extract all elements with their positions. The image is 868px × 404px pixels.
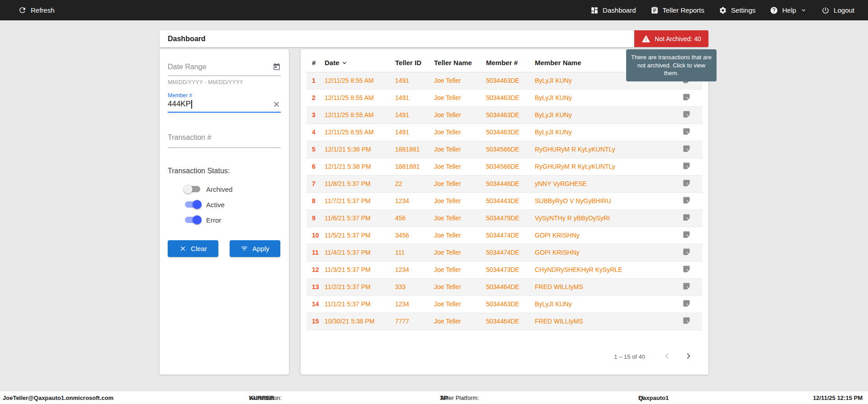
status-bar: JoeTeller@Qaxpauto1.onmicrosoft.com Work… <box>0 391 868 404</box>
fi-info: FI: Qaxpauto1 <box>638 394 669 401</box>
table-row[interactable]: 12 11/3/21 5:37 PM 1234 Joe Teller 50344… <box>307 261 703 278</box>
col-header-teller-id[interactable]: Teller ID <box>393 54 432 72</box>
refresh-icon <box>18 6 27 14</box>
not-archived-label: Not Archived: 40 <box>655 35 701 43</box>
nav-settings[interactable]: Settings <box>719 6 755 14</box>
page-body: Dashboard Not Archived: 40 There are tra… <box>0 20 868 391</box>
toggle-switch[interactable] <box>184 200 202 209</box>
table-row[interactable]: 2 12/11/25 8:55 AM 1491 Joe Teller 50344… <box>307 89 703 106</box>
toggle-label: Active <box>206 201 225 209</box>
note-icon[interactable] <box>682 247 691 256</box>
toggle-label: Error <box>206 216 221 224</box>
next-page-button[interactable] <box>683 351 694 363</box>
dashboard-icon <box>590 6 599 14</box>
apply-button-label: Apply <box>252 245 269 252</box>
note-icon[interactable] <box>682 179 691 187</box>
refresh-label: Refresh <box>31 6 55 14</box>
chevron-down-icon <box>800 7 807 14</box>
note-icon[interactable] <box>682 144 691 153</box>
apply-button[interactable]: Apply <box>230 240 280 257</box>
transactions-table: # Date Teller ID Teller Name <box>307 54 703 330</box>
table-row[interactable]: 14 11/1/21 5:37 PM 1234 Joe Teller 50344… <box>307 295 703 313</box>
clear-button[interactable]: Clear <box>168 240 218 257</box>
nav-teller-reports-label: Teller Reports <box>663 6 705 14</box>
power-icon <box>821 6 830 14</box>
table-body: 1 12/11/25 8:55 AM 1491 Joe Teller 50344… <box>307 72 703 330</box>
nav-dashboard-label: Dashboard <box>603 6 636 14</box>
nav-teller-reports[interactable]: Teller Reports <box>651 6 705 14</box>
clipboard-icon <box>651 6 659 14</box>
help-icon <box>770 6 778 14</box>
nav-dashboard[interactable]: Dashboard <box>590 6 636 14</box>
top-nav-bar: Refresh Dashboard Teller Reports Setting… <box>0 0 868 20</box>
table-row[interactable]: 3 12/11/25 8:55 AM 1491 Joe Teller 50344… <box>307 106 703 124</box>
chevron-right-icon <box>683 351 694 361</box>
note-icon[interactable] <box>682 93 691 101</box>
table-row[interactable]: 5 12/1/21 5:38 PM 1881881 Joe Teller 503… <box>307 141 703 158</box>
note-icon[interactable] <box>682 110 691 119</box>
status-toggle[interactable]: Error <box>184 212 281 228</box>
page-header: Dashboard Not Archived: 40 There are tra… <box>160 30 708 47</box>
note-icon[interactable] <box>682 230 691 239</box>
text-caret <box>191 100 192 109</box>
pagination-range-label: 1 – 15 of 40 <box>614 353 645 360</box>
table-row[interactable]: 11 11/4/21 5:37 PM 111 Joe Teller 503447… <box>307 244 703 261</box>
note-icon[interactable] <box>682 162 691 170</box>
note-icon[interactable] <box>682 282 691 290</box>
note-icon[interactable] <box>682 316 691 325</box>
close-icon <box>179 245 187 252</box>
table-row[interactable]: 9 11/6/21 5:37 PM 456 Joe Teller 5034479… <box>307 209 703 227</box>
table-row[interactable]: 8 11/7/21 5:37 PM 1234 Joe Teller 503444… <box>307 192 703 209</box>
toggle-list: Archived Active Error <box>168 181 281 228</box>
calendar-icon[interactable] <box>273 63 281 71</box>
transaction-number-label: Transaction # <box>168 133 211 141</box>
table-row[interactable]: 13 11/2/21 5:37 PM 333 Joe Teller 503446… <box>307 278 703 295</box>
date-range-label: Date Range <box>168 63 206 71</box>
current-datetime: 12/11/25 12:15 PM <box>813 394 863 401</box>
table-row[interactable]: 7 11/8/21 5:37 PM 22 Joe Teller 5034446D… <box>307 175 703 192</box>
warning-icon <box>642 34 651 43</box>
pagination: 1 – 15 of 40 <box>301 351 708 375</box>
nav-help-label: Help <box>782 6 796 14</box>
member-number-label: Member # <box>168 92 281 99</box>
previous-page-button[interactable] <box>661 351 672 363</box>
table-row[interactable]: 4 12/11/25 8:55 AM 1491 Joe Teller 50344… <box>307 124 703 141</box>
member-number-field[interactable]: Member # 444KP <box>168 92 281 113</box>
status-toggle[interactable]: Active <box>184 197 281 212</box>
table-row[interactable]: 15 10/30/21 5:38 PM 7777 Joe Teller 5034… <box>307 313 703 330</box>
toggle-switch[interactable] <box>184 184 202 194</box>
note-icon[interactable] <box>682 299 691 308</box>
note-icon[interactable] <box>682 213 691 222</box>
filter-panel: Date Range MM/DD/YYYY - MM/DD/YYYY Membe… <box>160 49 289 375</box>
col-header-member-num[interactable]: Member # <box>484 54 533 72</box>
nav-logout[interactable]: Logout <box>821 6 854 14</box>
chevron-left-icon <box>661 351 672 361</box>
toggle-switch[interactable] <box>184 215 202 225</box>
col-header-teller-name[interactable]: Teller Name <box>432 54 484 72</box>
transactions-panel: # Date Teller ID Teller Name <box>301 49 708 375</box>
col-header-date[interactable]: Date <box>323 54 393 72</box>
table-row[interactable]: 6 12/1/21 5:38 PM 1881881 Joe Teller 503… <box>307 158 703 175</box>
date-range-field[interactable]: Date Range MM/DD/YYYY - MM/DD/YYYY <box>168 63 281 86</box>
nav-logout-label: Logout <box>834 6 854 14</box>
table-row[interactable]: 10 11/5/21 5:37 PM 3456 Joe Teller 50344… <box>307 227 703 244</box>
not-archived-badge[interactable]: Not Archived: 40 <box>634 30 708 47</box>
transaction-number-field[interactable]: Transaction # <box>168 133 281 148</box>
transaction-status-label: Transaction Status: <box>168 167 281 175</box>
gear-icon <box>719 6 727 14</box>
refresh-button[interactable]: Refresh <box>18 6 55 14</box>
note-icon[interactable] <box>682 127 691 136</box>
toggle-label: Archived <box>206 185 232 193</box>
clear-member-icon[interactable] <box>272 100 281 109</box>
workstation-info: Workstation: KURRER <box>249 394 274 401</box>
note-icon[interactable] <box>682 265 691 273</box>
top-nav-items: Dashboard Teller Reports Settings Help <box>590 6 854 14</box>
page-title: Dashboard <box>168 35 206 43</box>
status-toggle[interactable]: Archived <box>184 181 281 197</box>
col-header-num[interactable]: # <box>307 54 323 72</box>
note-icon[interactable] <box>682 196 691 204</box>
member-number-input[interactable]: 444KP <box>168 100 191 109</box>
clear-button-label: Clear <box>191 245 207 252</box>
nav-help[interactable]: Help <box>770 6 807 14</box>
sort-desc-icon <box>341 59 348 67</box>
